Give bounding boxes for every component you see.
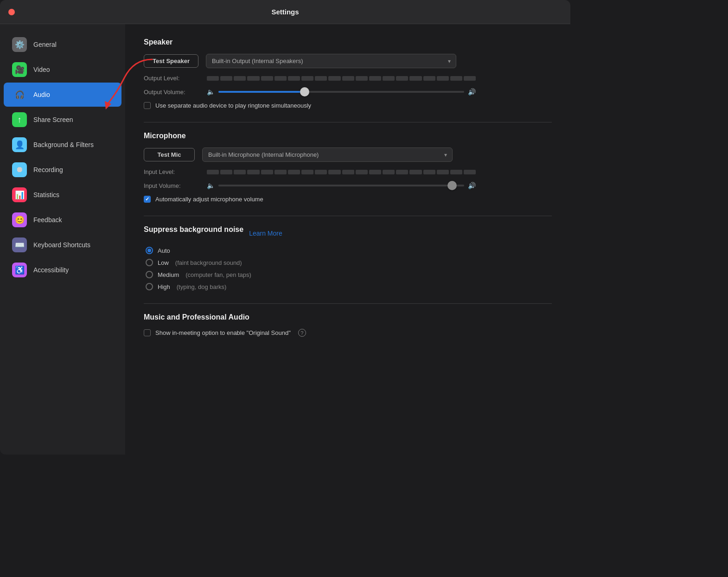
recording-icon: ⏺ [12, 162, 27, 177]
separate-audio-checkbox[interactable] [144, 102, 151, 109]
sidebar-item-sharescreen[interactable]: ↑ Share Screen [4, 108, 121, 132]
output-slider-track[interactable] [218, 91, 464, 93]
separate-audio-row: Use separate audio device to play ringto… [144, 102, 552, 109]
level-seg-6 [275, 76, 287, 81]
general-icon: ⚙️ [12, 37, 27, 52]
noise-sublabel-high: (typing, dog barks) [177, 283, 227, 290]
output-slider-thumb[interactable] [300, 87, 309, 96]
level-seg-12 [356, 76, 368, 81]
output-volume-row: Output Volume: 🔈 🔊 [144, 88, 552, 96]
output-slider-fill [218, 91, 305, 93]
level-seg-18 [437, 76, 449, 81]
speaker-title: Speaker [144, 38, 552, 46]
titlebar: Settings [0, 0, 570, 24]
level-seg-13 [369, 76, 381, 81]
auto-adjust-checkbox[interactable] [144, 196, 151, 203]
noise-sublabel-medium: (computer fan, pen taps) [185, 271, 251, 278]
level-seg-10 [328, 76, 340, 81]
speaker-section: Speaker Test Speaker Built-in Output (In… [144, 38, 552, 109]
noise-radio-medium[interactable] [146, 271, 153, 278]
noise-option-high[interactable]: High (typing, dog barks) [146, 283, 552, 290]
original-sound-row: Show in-meeting option to enable "Origin… [144, 329, 552, 337]
microphone-section: Microphone Test Mic Built-in Microphone … [144, 132, 552, 203]
noise-radio-auto[interactable] [146, 247, 153, 254]
noise-label-low: Low [158, 259, 169, 266]
input-slider-track[interactable] [218, 185, 464, 186]
sidebar-label-feedback: Feedback [33, 216, 62, 224]
sidebar-item-bgfilters[interactable]: 👤 Background & Filters [4, 133, 121, 157]
window-title: Settings [271, 8, 299, 16]
noise-radio-low[interactable] [146, 259, 153, 266]
level-seg-20 [464, 76, 476, 81]
app-layout: ⚙️ General 🎥 Video 🎧 Audio ↑ Share Scree… [0, 24, 570, 455]
original-sound-checkbox[interactable] [144, 329, 151, 336]
bgfilters-icon: 👤 [12, 137, 27, 152]
test-speaker-button[interactable]: Test Speaker [144, 54, 198, 68]
input-vol-max-icon: 🔊 [468, 182, 476, 189]
level-seg-8 [301, 76, 313, 81]
sidebar-item-audio[interactable]: 🎧 Audio [4, 83, 121, 107]
input-vol-min-icon: 🔈 [207, 182, 215, 189]
sidebar-item-general[interactable]: ⚙️ General [4, 32, 121, 57]
noise-label-medium: Medium [158, 271, 179, 278]
level-seg-19 [450, 76, 462, 81]
original-sound-label: Show in-meeting option to enable "Origin… [155, 329, 291, 336]
sidebar-label-recording: Recording [33, 166, 63, 173]
auto-adjust-label: Automatically adjust microphone volume [155, 196, 263, 203]
sidebar-item-video[interactable]: 🎥 Video [4, 58, 121, 82]
close-button[interactable] [8, 9, 15, 15]
sidebar-item-statistics[interactable]: 📊 Statistics [4, 183, 121, 207]
noise-title: Suppress background noise [144, 225, 243, 234]
sidebar-label-accessibility: Accessibility [33, 266, 69, 274]
music-section: Music and Professional Audio Show in-mee… [144, 313, 552, 337]
accessibility-icon: ♿ [12, 263, 27, 277]
noise-radio-group: Auto Low (faint background sound) Medium… [146, 247, 552, 290]
sidebar-item-accessibility[interactable]: ♿ Accessibility [4, 258, 121, 282]
input-volume-slider[interactable]: 🔈 🔊 [207, 182, 476, 189]
sidebar-label-keyboard: Keyboard Shortcuts [33, 241, 90, 249]
microphone-title: Microphone [144, 132, 552, 140]
noise-label-auto: Auto [158, 247, 170, 254]
main-content: Speaker Test Speaker Built-in Output (In… [125, 24, 570, 455]
sidebar-label-sharescreen: Share Screen [33, 116, 73, 123]
level-seg-1 [207, 76, 219, 81]
level-seg-7 [288, 76, 300, 81]
noise-section: Suppress background noise Learn More Aut… [144, 225, 552, 290]
sidebar: ⚙️ General 🎥 Video 🎧 Audio ↑ Share Scree… [0, 24, 125, 455]
speaker-dropdown[interactable]: Built-in Output (Internal Speakers) [206, 54, 456, 68]
output-volume-slider[interactable]: 🔈 🔊 [207, 88, 476, 96]
input-level-label: Input Level: [144, 168, 199, 175]
noise-option-medium[interactable]: Medium (computer fan, pen taps) [146, 271, 552, 278]
sharescreen-icon: ↑ [12, 112, 27, 127]
help-icon[interactable]: ? [298, 329, 306, 337]
input-volume-row: Input Volume: 🔈 🔊 [144, 182, 552, 189]
noise-option-auto[interactable]: Auto [146, 247, 552, 254]
sidebar-item-recording[interactable]: ⏺ Recording [4, 158, 121, 182]
sidebar-item-keyboard[interactable]: ⌨️ Keyboard Shortcuts [4, 233, 121, 257]
level-seg-3 [234, 76, 246, 81]
mic-device-row: Test Mic Built-in Microphone (Internal M… [144, 147, 552, 162]
mic-dropdown[interactable]: Built-in Microphone (Internal Microphone… [202, 147, 453, 162]
vol-min-icon: 🔈 [207, 88, 215, 96]
level-seg-17 [423, 76, 435, 81]
noise-radio-high[interactable] [146, 283, 153, 290]
keyboard-icon: ⌨️ [12, 237, 27, 252]
sidebar-label-bgfilters: Background & Filters [33, 141, 94, 148]
divider-1 [144, 122, 552, 122]
output-volume-label: Output Volume: [144, 89, 199, 96]
level-seg-5 [261, 76, 273, 81]
sidebar-label-statistics: Statistics [33, 191, 59, 199]
output-level-bar [207, 76, 476, 81]
mic-dropdown-wrap: Built-in Microphone (Internal Microphone… [202, 147, 453, 162]
level-seg-11 [342, 76, 354, 81]
learn-more-link[interactable]: Learn More [249, 230, 282, 237]
sidebar-label-general: General [33, 41, 57, 48]
input-level-row: Input Level: [144, 168, 552, 175]
sidebar-item-feedback[interactable]: 😊 Feedback [4, 208, 121, 232]
sidebar-label-video: Video [33, 66, 50, 73]
test-mic-button[interactable]: Test Mic [144, 148, 195, 161]
noise-option-low[interactable]: Low (faint background sound) [146, 259, 552, 266]
input-volume-label: Input Volume: [144, 182, 199, 189]
input-slider-thumb[interactable] [447, 181, 457, 190]
statistics-icon: 📊 [12, 187, 27, 202]
